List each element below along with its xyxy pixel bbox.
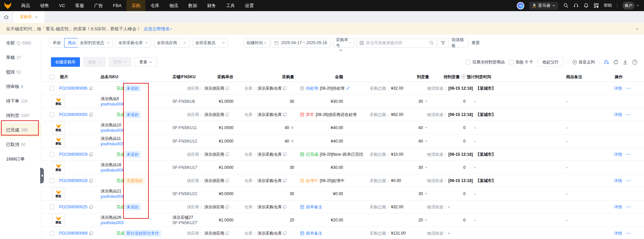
row-checkbox[interactable] <box>50 86 54 91</box>
detail-link[interactable]: 详情 <box>614 230 622 236</box>
platform-switcher[interactable]: a 亚马逊 <box>529 2 558 10</box>
buyer-select[interactable]: 全部采购员 <box>192 38 228 48</box>
print-button[interactable]: 打印 <box>109 57 131 67</box>
sku-link[interactable]: youfnsku004 <box>101 194 123 199</box>
refresh-icon[interactable] <box>613 60 618 65</box>
home-tab[interactable] <box>0 11 13 23</box>
sku-link[interactable]: youfnsku004 <box>101 101 123 107</box>
banner-signup-link[interactable]: 点击立即报名~ <box>143 26 172 32</box>
supplier-select[interactable]: 全部供应商 <box>154 38 190 48</box>
po-link[interactable]: PO2306090028 <box>59 178 87 183</box>
sidebar-item[interactable]: 1688订单 <box>0 152 41 166</box>
nav-item[interactable]: FBA <box>108 0 127 11</box>
po-link[interactable]: PO2306090095 <box>59 86 87 91</box>
sidebar-item[interactable]: 待下单 119 <box>0 94 41 108</box>
sidebar-collapse-handle[interactable] <box>40 168 44 183</box>
row-checkbox[interactable] <box>50 205 54 209</box>
apps-grid-icon[interactable] <box>594 3 599 8</box>
detail-link[interactable]: 详情 <box>614 204 622 210</box>
filter-template-button[interactable]: 筛选模板 <box>449 38 468 47</box>
nav-item[interactable]: 销售 <box>35 0 54 11</box>
copy-icon[interactable] <box>89 179 93 183</box>
sidebar-item[interactable]: 驳回 51 <box>0 65 41 79</box>
copy-icon[interactable] <box>225 205 229 209</box>
select-all-checkbox[interactable] <box>50 74 54 79</box>
more-actions-icon[interactable]: ··· <box>626 231 631 236</box>
copy-icon[interactable] <box>225 113 229 117</box>
nav-item[interactable]: VC <box>54 0 70 11</box>
qty-split-icon[interactable] <box>290 126 294 129</box>
sidebar-item[interactable]: 草稿 27 <box>0 50 41 65</box>
arrival-status-select[interactable]: 全部到货状态 <box>77 38 113 48</box>
nav-item[interactable]: 客服 <box>70 0 89 11</box>
row-checkbox[interactable] <box>50 112 54 117</box>
detail-link[interactable]: 详情 <box>614 151 622 157</box>
nav-item[interactable]: 仓库 <box>145 0 164 11</box>
copy-icon[interactable] <box>225 231 229 235</box>
sidebar-item[interactable]: 已完成 295 <box>0 123 41 137</box>
copy-icon[interactable] <box>89 113 93 117</box>
more-actions-icon[interactable]: ··· <box>626 205 631 209</box>
edit-note-icon[interactable] <box>346 86 350 90</box>
copy-icon[interactable] <box>283 205 287 209</box>
more-actions-icon[interactable]: ··· <box>626 152 631 157</box>
collapse-parent-rows-button[interactable]: 收起父行 <box>538 57 563 67</box>
copy-icon[interactable] <box>225 86 229 90</box>
banner-close-icon[interactable]: × <box>636 26 639 32</box>
sidebar-item[interactable]: 待审核 6 <box>0 79 41 94</box>
mode-doc-toggle[interactable]: 单据 <box>49 38 64 48</box>
more-actions-icon[interactable]: ··· <box>626 86 631 91</box>
copy-icon[interactable] <box>89 205 93 209</box>
support-headset-icon[interactable] <box>573 3 579 8</box>
nav-item[interactable]: 设置 <box>240 0 259 11</box>
help-circle-icon[interactable]: ? <box>632 60 637 65</box>
sidebar-item[interactable]: 待到货 1087 <box>0 108 41 123</box>
sort-settings-icon[interactable] <box>604 60 609 65</box>
time-field-select[interactable]: 创建时间 <box>244 38 270 48</box>
payment-request-button[interactable]: 请款 <box>83 57 106 67</box>
notifications-bell-icon[interactable] <box>584 3 589 8</box>
nav-item[interactable]: 数据 <box>183 0 202 11</box>
detail-link[interactable]: 详情 <box>614 178 622 183</box>
nav-item[interactable]: 采购 <box>127 0 145 11</box>
row-checkbox[interactable] <box>50 152 54 157</box>
row-checkbox[interactable] <box>50 231 54 236</box>
checkbox[interactable] <box>466 60 471 64</box>
checkbox[interactable] <box>509 60 514 64</box>
tab-purchase-orders[interactable]: 采购单 × <box>13 11 45 23</box>
copy-icon[interactable] <box>283 86 287 90</box>
po-link[interactable]: PO2306090025 <box>59 205 87 209</box>
account-button[interactable]: 账户 <box>622 2 639 9</box>
po-link[interactable]: PO2306090029 <box>59 152 87 157</box>
sidebar-item[interactable]: 全部 ? 5890 <box>0 36 41 50</box>
nav-item[interactable]: 财务 <box>202 0 221 11</box>
copy-icon[interactable] <box>225 152 229 156</box>
row-checkbox[interactable] <box>50 178 54 183</box>
nav-item[interactable]: 商品 <box>16 0 35 11</box>
search-icon[interactable] <box>563 3 568 8</box>
copy-icon[interactable] <box>283 152 287 156</box>
sidebar-item[interactable]: 已取消 50 <box>0 137 41 152</box>
create-po-button[interactable]: 创建采购单 <box>51 57 80 67</box>
copy-icon[interactable] <box>283 113 287 117</box>
po-link[interactable]: PO2306080069 <box>59 231 87 236</box>
qty-split-icon[interactable] <box>290 139 294 143</box>
sku-link[interactable]: youfnsku004 <box>101 128 123 133</box>
ai-assistant-button[interactable]: AI <box>517 2 524 9</box>
info-icon[interactable]: ? <box>461 74 466 79</box>
funnel-icon[interactable] <box>438 38 448 47</box>
nav-item[interactable]: 工具 <box>221 0 240 11</box>
urgent-checkbox[interactable]: 加急0个 <box>509 59 533 65</box>
date-range-picker[interactable]: 2025-04-17 ~ 2025-05-16 <box>271 38 331 48</box>
more-actions-icon[interactable]: ··· <box>626 112 631 117</box>
copy-icon[interactable] <box>283 231 287 235</box>
tab-close-icon[interactable]: × <box>35 14 38 20</box>
more-actions-icon[interactable]: ··· <box>626 178 631 183</box>
copy-icon[interactable] <box>283 179 287 183</box>
sku-link[interactable]: youfnsku003 <box>101 141 123 147</box>
po-link[interactable]: PO2306090055 <box>59 112 87 117</box>
copy-icon[interactable] <box>89 152 93 156</box>
reset-button[interactable]: 重置 <box>472 38 480 48</box>
search-field-select[interactable]: 采购单号 <box>333 38 355 48</box>
search-icon[interactable] <box>429 41 434 45</box>
